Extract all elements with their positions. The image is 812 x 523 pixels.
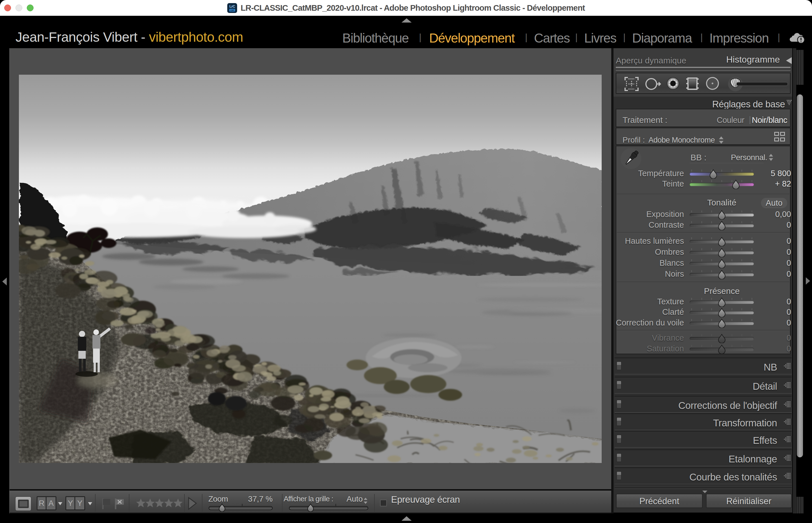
svg-text:CAT: CAT bbox=[230, 9, 234, 12]
svg-text:LrC: LrC bbox=[229, 4, 235, 8]
